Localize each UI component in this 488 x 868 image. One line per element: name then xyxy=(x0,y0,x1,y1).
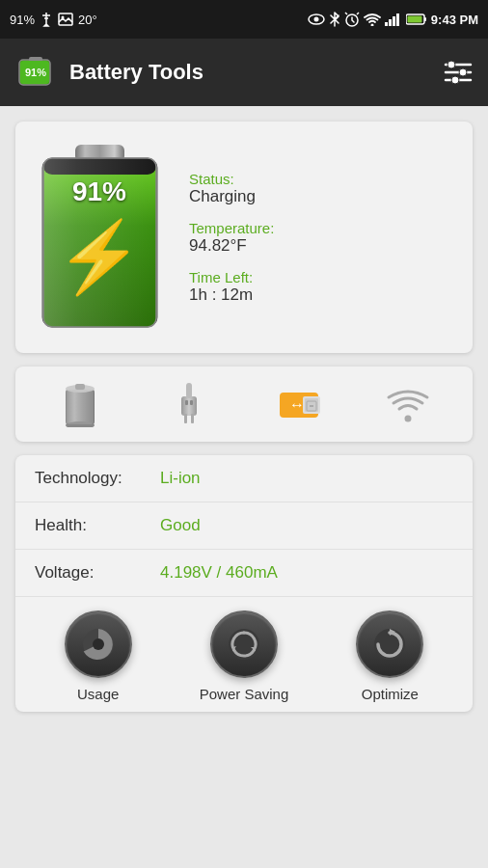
svg-point-24 xyxy=(451,76,459,84)
power-saving-button[interactable]: Power Saving xyxy=(186,610,302,702)
svg-text:⚡: ⚡ xyxy=(56,216,143,298)
time-left-label: Time Left: xyxy=(189,269,453,285)
power-saving-label: Power Saving xyxy=(200,686,289,702)
tools-card: ↔ xyxy=(15,366,473,442)
svg-rect-11 xyxy=(396,14,399,26)
health-label: Health: xyxy=(35,516,160,535)
svg-rect-14 xyxy=(407,16,421,23)
time-left-value: 1h : 12m xyxy=(189,285,453,305)
svg-rect-43 xyxy=(185,400,188,405)
svg-rect-10 xyxy=(393,16,395,26)
status-info: Status: Charging Temperature: 94.82°F Ti… xyxy=(189,171,453,305)
app-title: Battery Tools xyxy=(69,60,203,85)
voltage-label: Voltage: xyxy=(35,563,160,583)
svg-text:91%: 91% xyxy=(72,176,126,206)
image-icon xyxy=(58,13,73,26)
svg-rect-39 xyxy=(181,396,197,416)
svg-rect-42 xyxy=(186,383,192,398)
app-bar: 91% Battery Tools xyxy=(0,39,488,106)
status-row: Status: Charging xyxy=(189,171,453,206)
battery-graphic: 91% ⚡ xyxy=(35,141,170,334)
svg-rect-8 xyxy=(385,22,388,26)
power-saving-icon-circle xyxy=(210,610,278,678)
eye-icon xyxy=(308,14,325,25)
technology-label: Technology: xyxy=(35,469,160,488)
svg-rect-13 xyxy=(424,17,426,21)
status-left: 91% 20° xyxy=(10,12,97,27)
voltage-row: Voltage: 4.198V / 460mA xyxy=(15,550,473,597)
usage-label: Usage xyxy=(77,686,119,702)
usage-button[interactable]: Usage xyxy=(41,610,156,702)
svg-point-53 xyxy=(93,638,104,650)
temperature-label: Temperature: xyxy=(189,220,453,236)
wifi-status-icon xyxy=(364,13,381,26)
voltage-value: 4.198V / 460mA xyxy=(160,563,278,583)
bluetooth-icon xyxy=(329,12,340,27)
svg-text:↔: ↔ xyxy=(289,396,305,413)
tool-wifi-icon[interactable] xyxy=(379,380,437,428)
time-display: 9:43 PM xyxy=(431,13,478,27)
app-battery-icon: 91% xyxy=(15,52,56,93)
svg-rect-40 xyxy=(184,414,187,423)
temperature-value: 94.82°F xyxy=(189,236,453,256)
usb-icon xyxy=(40,12,53,27)
svg-line-6 xyxy=(357,13,359,14)
power-saving-icon xyxy=(223,623,265,665)
svg-rect-38 xyxy=(67,390,94,424)
svg-line-5 xyxy=(345,13,347,14)
battery-card: 91% ⚡ Status: Charging Temperature: 94.8… xyxy=(15,122,473,353)
status-label: Status: xyxy=(189,171,453,187)
battery-percent-status: 91% xyxy=(10,13,35,27)
svg-rect-44 xyxy=(190,400,193,405)
tool-usb-icon[interactable]: ↔ xyxy=(270,380,328,428)
optimize-icon xyxy=(368,623,411,665)
actions-row: Usage xyxy=(15,597,473,712)
technology-value: Li-ion xyxy=(160,469,201,488)
svg-point-51 xyxy=(405,416,412,422)
tool-battery-icon[interactable] xyxy=(51,380,109,428)
svg-rect-9 xyxy=(389,19,392,26)
battery-status-bar-icon xyxy=(406,13,427,26)
settings-sliders-icon[interactable] xyxy=(444,59,473,86)
app-bar-left: 91% Battery Tools xyxy=(15,52,203,93)
usage-icon-circle xyxy=(65,610,132,678)
technology-row: Technology: Li-ion xyxy=(15,455,473,502)
time-left-row: Time Left: 1h : 12m xyxy=(189,269,453,305)
battery-visual: 91% ⚡ xyxy=(35,141,165,334)
svg-text:91%: 91% xyxy=(25,67,46,78)
status-bar: 91% 20° xyxy=(0,0,488,39)
alarm-icon xyxy=(344,12,360,27)
svg-point-3 xyxy=(313,17,318,22)
usage-pie-icon xyxy=(77,623,120,665)
svg-point-7 xyxy=(370,24,373,27)
temp-display: 20° xyxy=(78,13,97,27)
optimize-label: Optimize xyxy=(362,686,419,702)
health-value: Good xyxy=(160,516,201,535)
svg-point-22 xyxy=(447,61,455,68)
status-right: 9:43 PM xyxy=(308,12,478,27)
tool-power-icon[interactable] xyxy=(160,380,218,428)
svg-rect-37 xyxy=(75,384,85,390)
svg-rect-41 xyxy=(191,414,194,423)
details-card: Technology: Li-ion Health: Good Voltage:… xyxy=(15,455,473,712)
status-value: Charging xyxy=(189,187,453,206)
svg-point-23 xyxy=(459,68,467,76)
health-row: Health: Good xyxy=(15,502,473,550)
optimize-icon-circle xyxy=(356,610,423,678)
signal-icon xyxy=(385,13,402,26)
optimize-button[interactable]: Optimize xyxy=(332,610,447,702)
main-content: 91% ⚡ Status: Charging Temperature: 94.8… xyxy=(0,106,488,727)
temperature-row: Temperature: 94.82°F xyxy=(189,220,453,256)
